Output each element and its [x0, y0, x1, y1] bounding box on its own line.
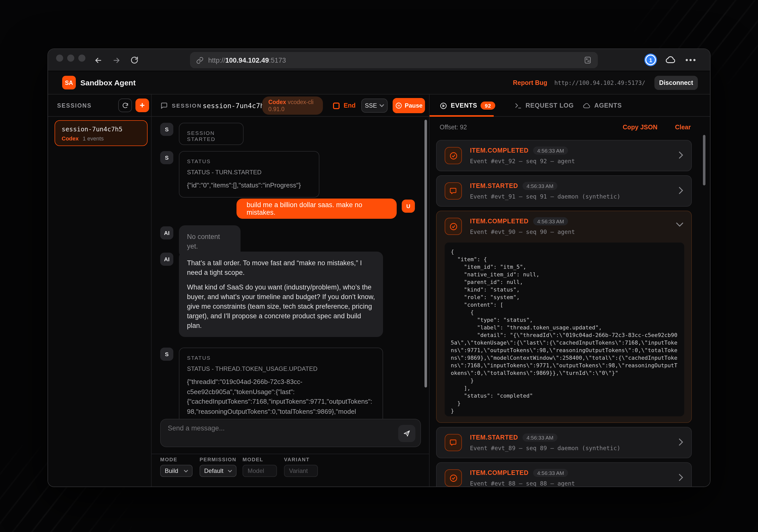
url-port: :5173: [269, 56, 286, 64]
status-json: {"threadId":"019c04ad-266b-72c3-83cc-c5e…: [187, 377, 375, 416]
event-card[interactable]: ITEM.COMPLETED4:56:33 AM Event #evt_88 –…: [436, 462, 692, 487]
cloud-icon[interactable]: [665, 55, 676, 64]
sessions-title: SESSIONS: [57, 103, 92, 109]
end-label: End: [344, 102, 356, 109]
report-bug-link[interactable]: Report Bug: [513, 79, 547, 86]
reload-icon[interactable]: [129, 54, 140, 66]
model-label: MODEL: [243, 457, 263, 462]
url-host: 100.94.102.49: [225, 56, 269, 64]
session-header-name: session-7un4c7h5: [203, 94, 268, 117]
send-button[interactable]: [398, 425, 415, 442]
event-card[interactable]: ITEM.STARTED4:56:33 AM Event #evt_89 – s…: [436, 427, 692, 458]
check-circle-icon: [445, 147, 462, 164]
user-avatar: U: [402, 200, 415, 213]
event-summary: Event #evt_89 – seq 89 – daemon (synthet…: [470, 445, 620, 452]
tab-agents[interactable]: AGENTS: [583, 94, 622, 117]
sessions-header: SESSIONS +: [48, 94, 151, 117]
event-type: ITEM.STARTED: [470, 434, 518, 441]
message-composer: [160, 419, 421, 447]
session-name: session-7un4c7h5: [62, 125, 141, 133]
events-count-badge: 92: [481, 102, 495, 110]
chevron-right-icon[interactable]: [679, 439, 683, 446]
chevron-down-icon[interactable]: [676, 222, 683, 227]
events-tab-bar: EVENTS 92 REQUEST LOG AGENTS: [430, 94, 710, 117]
events-toolbar: Offset: 92 Copy JSON Clear: [440, 124, 691, 134]
toolbar-extensions: 1 •••: [645, 54, 697, 65]
browser-toolbar: http://100.94.102.49:5173 1 •••: [48, 49, 710, 71]
event-summary: Event #evt_91 – seq 91 – daemon (synthet…: [470, 193, 620, 200]
check-circle-icon: [445, 218, 462, 235]
event-type: ITEM.COMPLETED: [470, 147, 529, 154]
app-content: SESSIONS + session-7un4c7h5 Codex1 event…: [48, 94, 710, 486]
session-list-item[interactable]: session-7un4c7h5 Codex1 events: [54, 120, 148, 146]
event-time: 4:56:33 AM: [533, 147, 568, 154]
address-bar[interactable]: http://100.94.102.49:5173: [190, 52, 598, 68]
event-card-expanded[interactable]: ITEM.COMPLETED4:56:33 AM Event #evt_90 –…: [436, 211, 692, 423]
forward-icon[interactable]: [111, 54, 122, 66]
clear-events-button[interactable]: Clear: [675, 124, 691, 131]
message-square-icon: [445, 434, 462, 451]
app-logo: SA: [62, 76, 76, 89]
transport-select[interactable]: SSE: [361, 99, 388, 113]
session-event-count: 1 events: [83, 135, 104, 142]
events-offset: Offset: 92: [440, 124, 467, 131]
more-menu-icon[interactable]: •••: [685, 55, 697, 64]
traffic-light-minimize[interactable]: [67, 54, 74, 62]
new-session-button[interactable]: +: [135, 99, 149, 112]
event-card[interactable]: ITEM.STARTED4:56:33 AM Event #evt_91 – s…: [436, 175, 692, 207]
app-header: SA Sandbox Agent Report Bug http://100.9…: [48, 71, 710, 94]
ai-message: That’s a tall order. To move fast and “m…: [179, 251, 383, 337]
model-input[interactable]: Model: [243, 465, 277, 477]
session-label: SESSION: [172, 94, 202, 117]
end-checkbox[interactable]: End: [333, 94, 356, 117]
chat-bubble-icon: [160, 94, 168, 117]
browser-window: http://100.94.102.49:5173 1 ••• SA Sandb…: [48, 49, 710, 487]
message-square-icon: [445, 183, 462, 200]
app-title: Sandbox Agent: [80, 78, 136, 87]
pause-button[interactable]: Pause: [393, 98, 425, 113]
event-time: 4:56:33 AM: [533, 469, 568, 477]
ai-avatar: AI: [160, 252, 173, 266]
permission-select[interactable]: Default: [200, 465, 236, 477]
event-type: ITEM.STARTED: [470, 183, 518, 189]
refresh-sessions-button[interactable]: [118, 99, 132, 112]
active-tab-underline: [430, 115, 494, 117]
server-url: http://100.94.102.49:5173/: [554, 79, 645, 86]
variant-input[interactable]: Variant: [284, 465, 318, 477]
session-agent: Codex: [62, 135, 79, 142]
session-header: SESSION session-7un4c7h5 Codex vcodex-cl…: [152, 94, 429, 117]
chat-scrollbar[interactable]: [425, 120, 427, 387]
status-message: STATUS STATUS - THREAD.TOKEN_USAGE.UPDAT…: [179, 348, 383, 419]
event-time: 4:56:33 AM: [533, 217, 568, 225]
system-message: SESSION STARTED: [179, 123, 244, 145]
check-circle-icon: [445, 469, 462, 486]
message-input[interactable]: [161, 419, 383, 447]
traffic-light-zoom[interactable]: [78, 54, 86, 62]
reader-mode-icon[interactable]: [584, 56, 592, 64]
copy-json-button[interactable]: Copy JSON: [623, 124, 657, 131]
back-icon[interactable]: [92, 54, 104, 66]
system-avatar: S: [160, 123, 173, 136]
ai-paragraph: What kind of SaaS do you want (industry/…: [187, 283, 375, 330]
desktop: http://100.94.102.49:5173 1 ••• SA Sandb…: [0, 0, 758, 532]
event-summary: Event #evt_88 – seq 88 – agent: [470, 480, 575, 487]
tab-events[interactable]: EVENTS 92: [440, 94, 495, 117]
chevron-right-icon[interactable]: [679, 187, 683, 194]
message-list: S SESSION STARTED S STATUS STATUS - TURN…: [152, 117, 429, 419]
events-scrollbar[interactable]: [703, 135, 706, 185]
sessions-sidebar: SESSIONS + session-7un4c7h5 Codex1 event…: [48, 94, 152, 486]
traffic-light-close[interactable]: [56, 54, 63, 62]
user-message: build me a billion dollar saas. make no …: [236, 199, 397, 219]
password-manager-icon[interactable]: 1: [645, 54, 656, 65]
chevron-right-icon[interactable]: [679, 474, 683, 481]
disconnect-button[interactable]: Disconnect: [654, 76, 698, 90]
session-panel: SESSION session-7un4c7h5 Codex vcodex-cl…: [152, 94, 430, 486]
event-type: ITEM.COMPLETED: [470, 218, 529, 225]
status-json: {"id":"0","items":[],"status":"inProgres…: [187, 181, 311, 190]
composer-divider: [152, 454, 429, 454]
event-card[interactable]: ITEM.COMPLETED4:56:33 AM Event #evt_92 –…: [436, 140, 692, 171]
url-scheme: http://: [208, 56, 225, 64]
tab-request-log[interactable]: REQUEST LOG: [514, 94, 574, 117]
mode-select[interactable]: Build: [160, 465, 192, 477]
chevron-right-icon[interactable]: [679, 151, 683, 159]
